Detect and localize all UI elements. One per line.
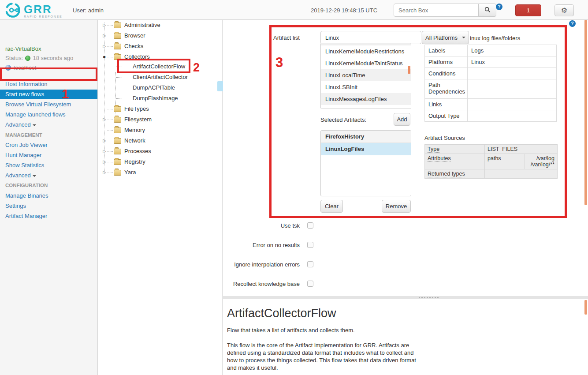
tree-item-label[interactable]: ClientArtifactCollector xyxy=(123,72,188,82)
artifact-option[interactable]: LinuxMessagesLogFiles xyxy=(321,93,411,105)
sidebar-item-host-information[interactable]: Host Information xyxy=(0,79,97,89)
options-scrollbar-thumb[interactable] xyxy=(408,66,410,74)
chevron-right-icon[interactable]: ▷ xyxy=(101,20,108,30)
artifact-option[interactable]: LinuxLSBInit xyxy=(321,81,411,93)
chevron-right-icon[interactable]: ▷ xyxy=(101,146,108,157)
tree-item-registry[interactable]: ▷ Registry xyxy=(101,157,145,167)
error-on-no-results-checkbox[interactable] xyxy=(307,242,313,248)
tree-item-collectors[interactable]: ◆ Collectors xyxy=(101,52,150,62)
tree-item-label[interactable]: Filesystem xyxy=(124,114,152,125)
tree-item-dumpacpitable[interactable]: DumpACPITable xyxy=(116,82,175,93)
tree-item-checks[interactable]: ▷ Checks xyxy=(101,41,143,52)
selected-artifacts-list[interactable]: FirefoxHistory LinuxLogFiles xyxy=(320,130,411,196)
recollect-knowledge-base-checkbox[interactable] xyxy=(307,281,313,287)
tree-item-browser[interactable]: ▷ Browser xyxy=(101,30,145,41)
chevron-right-icon[interactable]: ▷ xyxy=(101,157,108,167)
artifact-options-list[interactable]: LinuxKernelModuleRestrictions LinuxKerne… xyxy=(320,43,411,109)
table-row: Conditions xyxy=(425,68,556,79)
tree-item-processes[interactable]: ▷ Processes xyxy=(101,146,151,157)
table-row: Links xyxy=(425,99,556,110)
notification-button[interactable]: 1 xyxy=(515,4,541,16)
platforms-dropdown[interactable]: All Platforms xyxy=(422,31,469,44)
ignore-interpolation-errors-label: Ignore interpolation errors xyxy=(190,261,300,268)
sidebar-item-advanced-management[interactable]: Advanced xyxy=(0,171,97,180)
main-scrollbar[interactable] xyxy=(584,20,587,205)
tree-item-clientartifactcollector[interactable]: ClientArtifactCollector xyxy=(116,72,188,82)
table-row: Labels Logs xyxy=(425,45,556,56)
chevron-right-icon[interactable]: ▷ xyxy=(101,30,108,41)
tree-item-label[interactable]: Administrative xyxy=(124,20,160,30)
tree-item-label[interactable]: Yara xyxy=(124,167,136,178)
chevron-expanded-icon[interactable]: ◆ xyxy=(99,51,111,63)
clear-button[interactable]: Clear xyxy=(320,200,343,213)
chevron-right-icon[interactable]: ▷ xyxy=(101,41,108,52)
tree-item-administrative[interactable]: ▷ Administrative xyxy=(101,20,160,30)
sidebar-item-manage-launched-flows[interactable]: Manage launched flows xyxy=(0,110,97,120)
tree-item-label[interactable]: Processes xyxy=(124,146,151,157)
tree-item-network[interactable]: ▷ Network xyxy=(101,135,145,146)
tree-item-dumpflashimage[interactable]: DumpFlashImage xyxy=(116,93,178,104)
splitter-grip-icon[interactable] xyxy=(419,297,439,298)
tree-item-label[interactable]: Memory xyxy=(124,125,145,135)
ignore-interpolation-errors-checkbox[interactable] xyxy=(307,261,313,267)
tree-item-label[interactable]: DumpACPITable xyxy=(123,82,175,93)
artifact-sources-table: Type LIST_FILES Attributes paths /var/lo… xyxy=(424,144,558,179)
tree-item-label[interactable]: Collectors xyxy=(124,52,150,62)
form-help-icon[interactable]: ? xyxy=(569,20,576,27)
host-interface-label: localhost xyxy=(14,64,36,71)
folder-icon xyxy=(114,44,121,49)
chevron-right-icon[interactable]: ▷ xyxy=(101,135,108,146)
table-row: Type LIST_FILES xyxy=(425,145,557,154)
pane-splitter[interactable] xyxy=(223,296,588,299)
sidebar-item-manage-binaries[interactable]: Manage Binaries xyxy=(0,191,97,201)
grr-logo-icon xyxy=(4,2,21,20)
tree-item-label[interactable]: Registry xyxy=(124,157,145,167)
selected-artifacts-label: Selected Artifacts: xyxy=(320,116,366,123)
tree-item-label[interactable]: DumpFlashImage xyxy=(123,93,178,104)
tree-item-label[interactable]: Browser xyxy=(124,30,145,41)
selected-artifact[interactable]: FirefoxHistory xyxy=(321,131,411,143)
logo-title: GRR xyxy=(24,4,62,15)
artifact-search-input[interactable] xyxy=(320,31,421,44)
flow-description-title: ArtifactCollectorFlow xyxy=(227,307,336,320)
search-button[interactable] xyxy=(478,4,496,17)
tree-item-yara[interactable]: ▷ Yara xyxy=(101,167,136,178)
tree-item-label[interactable]: Checks xyxy=(124,41,143,52)
artifact-option[interactable]: LinuxMountCmd xyxy=(321,105,411,109)
status-online-icon xyxy=(25,56,30,61)
sidebar: rac-VirtualBox Status: 18 seconds ago lo… xyxy=(0,20,98,375)
search-help-icon[interactable]: ? xyxy=(496,4,502,10)
status-label: Status: xyxy=(5,55,23,61)
sidebar-item-browse-virtual-filesystem[interactable]: Browse Virtual Filesystem xyxy=(0,100,97,109)
chevron-right-icon[interactable]: ▷ xyxy=(101,114,108,125)
remove-button[interactable]: Remove xyxy=(382,200,411,213)
sidebar-item-artifact-manager[interactable]: Artifact Manager xyxy=(0,211,97,221)
artifact-option[interactable]: LinuxKernelModuleTaintStatus xyxy=(321,57,411,69)
error-on-no-results-label: Error on no results xyxy=(190,242,300,248)
sidebar-item-cron-job-viewer[interactable]: Cron Job Viewer xyxy=(0,140,97,150)
tree-item-artifactcollectorflow[interactable]: ArtifactCollectorFlow xyxy=(116,61,185,72)
tree-item-filetypes[interactable]: FileTypes xyxy=(101,104,149,114)
flow-tree-panel: ▷ Administrative ▷ Browser ▷ Checks ◆ Co… xyxy=(98,20,223,375)
tree-item-memory[interactable]: Memory xyxy=(101,125,145,135)
tree-item-label[interactable]: Network xyxy=(124,135,145,146)
chevron-right-icon[interactable]: ▷ xyxy=(101,167,108,178)
description-scrollbar[interactable] xyxy=(584,300,587,315)
sidebar-item-settings[interactable]: Settings xyxy=(0,201,97,211)
search-input[interactable] xyxy=(394,4,479,17)
sidebar-item-show-statistics[interactable]: Show Statistics xyxy=(0,161,97,170)
tree-item-filesystem[interactable]: ▷ Filesystem xyxy=(101,114,152,125)
selected-artifact[interactable]: LinuxLogFiles xyxy=(321,143,411,155)
sidebar-item-hunt-manager[interactable]: Hunt Manager xyxy=(0,150,97,160)
sidebar-item-advanced-client[interactable]: Advanced xyxy=(0,120,97,130)
folder-icon xyxy=(114,170,121,176)
artifact-option[interactable]: LinuxLocalTime xyxy=(321,69,411,81)
use-tsk-checkbox[interactable] xyxy=(307,222,313,229)
tree-item-label[interactable]: ArtifactCollectorFlow xyxy=(123,61,185,72)
artifact-option[interactable]: LinuxKernelModuleRestrictions xyxy=(321,45,411,57)
grr-logo: GRR RAPID RESPONSE xyxy=(4,2,62,20)
settings-button[interactable]: ⚙ xyxy=(555,4,574,16)
add-button[interactable]: Add xyxy=(394,113,410,126)
sidebar-item-start-new-flows[interactable]: Start new flows xyxy=(0,90,97,99)
tree-item-label[interactable]: FileTypes xyxy=(124,104,149,114)
